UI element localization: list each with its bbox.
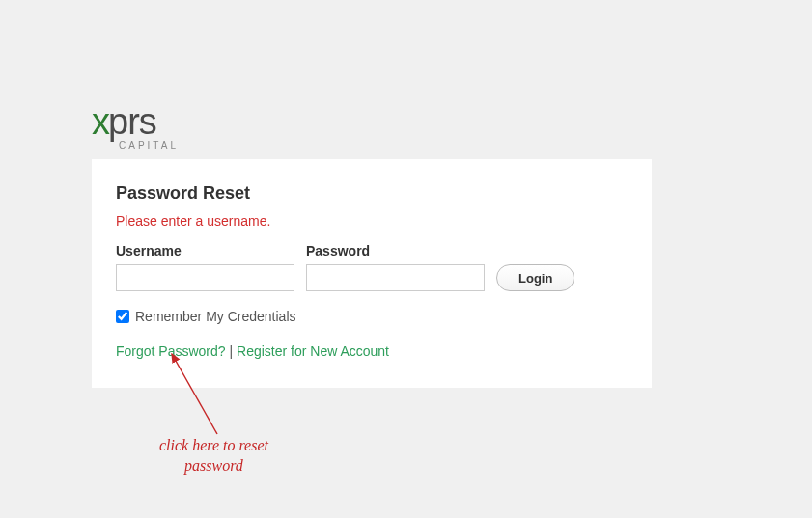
username-label: Username xyxy=(116,243,294,259)
register-link[interactable]: Register for New Account xyxy=(237,343,389,359)
login-button[interactable]: Login xyxy=(496,264,574,291)
annotation-line1: click here to reset xyxy=(159,436,268,456)
annotation-text: click here to reset password xyxy=(159,436,268,477)
username-group: Username xyxy=(116,243,294,291)
logo-subtitle: CAPITAL xyxy=(119,140,179,150)
link-separator: | xyxy=(226,343,237,359)
logo-prs: prs xyxy=(108,101,156,143)
panel-title: Password Reset xyxy=(116,183,628,204)
password-input[interactable] xyxy=(306,264,485,291)
password-group: Password xyxy=(306,243,485,291)
password-label: Password xyxy=(306,243,485,259)
error-message: Please enter a username. xyxy=(116,213,628,229)
remember-row: Remember My Credentials xyxy=(116,309,628,324)
remember-checkbox[interactable] xyxy=(116,310,129,323)
forgot-password-link[interactable]: Forgot Password? xyxy=(116,343,226,359)
logo: xprs CAPITAL xyxy=(92,101,179,150)
username-input[interactable] xyxy=(116,264,294,291)
links-row: Forgot Password? | Register for New Acco… xyxy=(116,343,628,359)
form-row: Username Password Login xyxy=(116,243,628,291)
logo-x: x xyxy=(92,101,108,143)
remember-label: Remember My Credentials xyxy=(135,309,296,324)
annotation-line2: password xyxy=(159,456,268,477)
login-panel: Password Reset Please enter a username. … xyxy=(92,159,652,388)
